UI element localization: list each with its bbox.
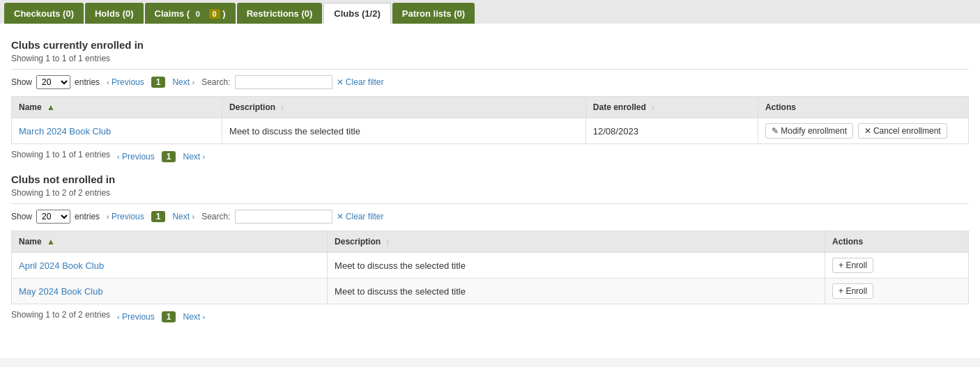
chevron-right-icon-b: ›	[203, 153, 206, 161]
enroll-btn-2[interactable]: + Enroll	[832, 283, 873, 299]
not-enrolled-next-btn[interactable]: Next ›	[169, 210, 197, 223]
enrolled-club-name: March 2024 Book Club	[12, 118, 222, 144]
search-input-enrolled[interactable]	[235, 75, 332, 89]
ne-club-link-2[interactable]: May 2024 Book Club	[19, 286, 103, 297]
tab-patron-lists[interactable]: Patron lists (0)	[392, 3, 475, 24]
ne-next-btn-bottom[interactable]: Next ›	[180, 311, 208, 323]
ne-club-desc-1: Meet to discuss the selected title	[328, 253, 825, 279]
tab-holds[interactable]: Holds (0)	[85, 3, 144, 24]
enrolled-showing-top: Showing 1 to 1 of 1 entries	[11, 54, 969, 63]
tab-bar: Checkouts (0) Holds (0) Claims ( 0 0 ) R…	[0, 0, 980, 24]
claims-badge-1: 0	[192, 9, 204, 19]
claims-badge-2: 0	[209, 9, 220, 19]
sort-both-icon: ↕	[280, 104, 284, 111]
table-row: March 2024 Book Club Meet to discuss the…	[12, 118, 969, 144]
chevron-left-ne: ‹	[107, 212, 109, 221]
enrolled-bottom-controls: Showing 1 to 1 of 1 entries ‹ Previous 1…	[11, 150, 969, 164]
th-enrolled-description[interactable]: Description ↕	[222, 97, 586, 118]
not-enrolled-showing-top: Showing 1 to 2 of 2 entries	[11, 188, 969, 198]
th-ne-name[interactable]: Name ▲	[12, 231, 328, 253]
clear-filter-enrolled[interactable]: ✕ Clear filter	[337, 77, 384, 87]
ne-prev-btn-bottom[interactable]: ‹ Previous	[114, 311, 158, 323]
search-label-enrolled: Search:	[201, 77, 230, 87]
enrolled-showing-bottom: Showing 1 to 1 of 1 entries	[11, 150, 110, 159]
not-enrolled-showing-bottom: Showing 1 to 2 of 2 entries	[11, 310, 110, 320]
enrolled-controls: Show 20 50 100 entries ‹ Previous 1 Next…	[11, 75, 969, 89]
tab-restrictions[interactable]: Restrictions (0)	[237, 3, 323, 24]
tab-claims[interactable]: Claims ( 0 0 )	[145, 3, 236, 24]
enrolled-club-date: 12/08/2023	[585, 118, 758, 144]
enrolled-heading: Clubs currently enrolled in	[11, 39, 969, 51]
sort-both-ne-icon: ↕	[385, 238, 389, 246]
enrolled-next-btn-bottom[interactable]: Next ›	[180, 150, 208, 163]
not-enrolled-prev-btn[interactable]: ‹ Previous	[104, 210, 147, 223]
enrolled-prev-btn-bottom[interactable]: ‹ Previous	[114, 150, 158, 163]
entries-label-not-enrolled: entries	[75, 212, 100, 221]
show-select-enrolled[interactable]: 20 50 100	[36, 75, 70, 89]
sort-up-icon: ▲	[47, 102, 55, 112]
not-enrolled-controls: Show 20 50 100 entries ‹ Previous 1 Next…	[11, 210, 969, 224]
enrolled-club-link[interactable]: March 2024 Book Club	[19, 126, 111, 136]
cancel-enrollment-btn[interactable]: ✕ Cancel enrollment	[858, 123, 947, 139]
chevron-right-ne-b: ›	[203, 313, 206, 321]
th-enrolled-actions: Actions	[758, 97, 968, 118]
pencil-icon: ✎	[772, 126, 779, 136]
ne-club-name-2: May 2024 Book Club	[12, 279, 328, 304]
enrolled-table-header: Name ▲ Description ↕ Date enrolled ↕ Act…	[12, 97, 969, 118]
x-cancel-icon: ✕	[864, 126, 871, 136]
chevron-left-icon: ‹	[107, 78, 109, 86]
chevron-left-ne-b: ‹	[117, 313, 120, 321]
table-row: May 2024 Book Club Meet to discuss the s…	[12, 279, 969, 304]
ne-page-badge-bottom: 1	[162, 311, 176, 322]
show-select-not-enrolled[interactable]: 20 50 100	[36, 210, 70, 224]
not-enrolled-bottom-controls: Showing 1 to 2 of 2 entries ‹ Previous 1…	[11, 310, 969, 324]
modify-enrollment-btn[interactable]: ✎ Modify enrollment	[765, 123, 853, 139]
enrolled-next-btn[interactable]: Next ›	[169, 76, 197, 88]
chevron-right-ne: ›	[192, 212, 194, 221]
tab-clubs[interactable]: Clubs (1/2)	[323, 3, 390, 24]
th-enrolled-date[interactable]: Date enrolled ↕	[585, 97, 758, 118]
enrolled-page-badge: 1	[151, 77, 166, 88]
entries-label-enrolled: entries	[75, 77, 100, 87]
enroll-btn-1[interactable]: + Enroll	[832, 258, 873, 273]
x-icon-enrolled: ✕	[337, 77, 344, 87]
table-row: April 2024 Book Club Meet to discuss the…	[12, 253, 969, 279]
ne-club-name-1: April 2024 Book Club	[12, 253, 328, 279]
sort-up-ne-icon: ▲	[47, 237, 55, 247]
chevron-left-icon-b: ‹	[117, 153, 120, 161]
th-ne-description[interactable]: Description ↕	[328, 231, 825, 253]
enrolled-table: Name ▲ Description ↕ Date enrolled ↕ Act…	[11, 96, 969, 144]
not-enrolled-heading: Clubs not enrolled in	[11, 173, 969, 185]
enrolled-prev-btn[interactable]: ‹ Previous	[104, 76, 147, 88]
th-enrolled-name[interactable]: Name ▲	[12, 97, 222, 118]
show-label-not-enrolled: Show	[11, 212, 32, 221]
th-ne-actions: Actions	[825, 231, 969, 253]
enrolled-page-badge-bottom: 1	[162, 151, 176, 162]
not-enrolled-table-header: Name ▲ Description ↕ Actions	[12, 231, 969, 253]
not-enrolled-page-badge: 1	[151, 211, 166, 222]
search-label-not-enrolled: Search:	[201, 212, 230, 221]
enrolled-club-desc: Meet to discuss the selected title	[222, 118, 586, 144]
not-enrolled-table: Name ▲ Description ↕ Actions April 2024 …	[11, 231, 969, 304]
clear-filter-not-enrolled[interactable]: ✕ Clear filter	[337, 212, 384, 221]
x-icon-ne: ✕	[337, 212, 344, 221]
ne-club-desc-2: Meet to discuss the selected title	[328, 279, 825, 304]
show-label-enrolled: Show	[11, 77, 32, 87]
main-content: Clubs currently enrolled in Showing 1 to…	[0, 24, 980, 358]
ne-club-actions-1: + Enroll	[825, 253, 969, 279]
ne-club-actions-2: + Enroll	[825, 279, 969, 304]
sort-both-icon-2: ↕	[651, 104, 654, 111]
tab-checkouts[interactable]: Checkouts (0)	[4, 3, 84, 24]
ne-club-link-1[interactable]: April 2024 Book Club	[19, 260, 104, 271]
chevron-right-icon: ›	[192, 78, 194, 86]
enrolled-club-actions: ✎ Modify enrollment ✕ Cancel enrollment	[758, 118, 968, 144]
search-input-not-enrolled[interactable]	[235, 210, 332, 224]
